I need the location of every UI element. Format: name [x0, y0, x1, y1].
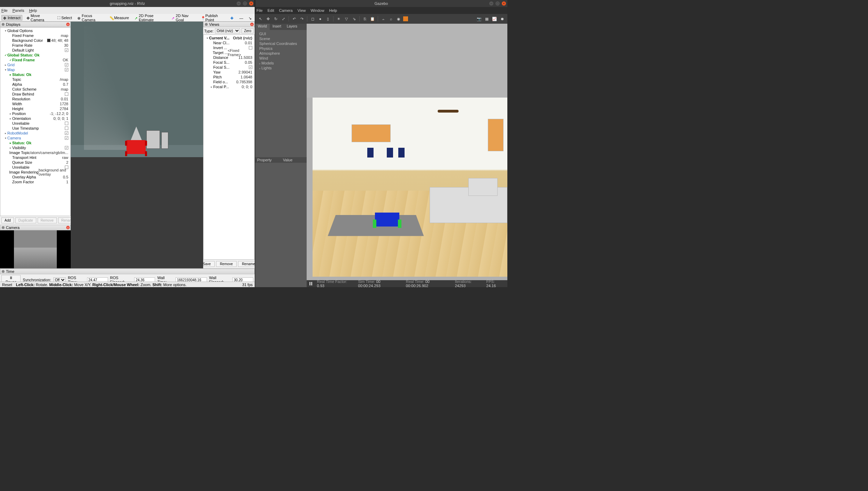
gz-tool-box[interactable]: ◻ — [309, 16, 316, 22]
gz-tool-cylinder[interactable]: ▯ — [325, 16, 331, 22]
gz-menu-help[interactable]: Help — [329, 8, 337, 13]
tool-publish-point[interactable]: 📍Publish Point — [199, 13, 226, 22]
gz-tool-orange[interactable] — [403, 16, 408, 21]
pause-button[interactable] — [309, 282, 313, 285]
tree-row[interactable]: Height2784 — [1, 106, 70, 111]
gazebo-3d-viewport[interactable]: Real Time Factor: 0.93 Sim Time: 00 00:0… — [307, 24, 507, 287]
gz-menu-window[interactable]: Window — [310, 8, 324, 13]
tree-row[interactable]: ▸Orientation0; 0; 0; 1 — [1, 116, 70, 121]
gz-tree-item[interactable]: Atmosphere — [256, 51, 305, 56]
panel-close-icon[interactable]: × — [250, 23, 254, 26]
tree-row[interactable]: Resolution0.01 — [1, 97, 70, 101]
tree-row[interactable]: Color Schememap — [1, 87, 70, 92]
tree-row[interactable]: ▸Status: Ok — [1, 72, 70, 77]
duplicate-button[interactable]: Duplicate — [15, 217, 36, 223]
views-tree-row[interactable]: Pitch1.0648 — [204, 75, 254, 79]
gz-tree-item[interactable]: Wind — [256, 56, 305, 61]
tool-2d-nav[interactable]: ➚2D Nav Goal — [170, 13, 197, 22]
menu-panels[interactable]: Panels — [13, 8, 24, 13]
add-button[interactable]: Add — [1, 217, 14, 223]
tree-row[interactable]: Queue Size2 — [1, 160, 70, 165]
tool-extra2[interactable]: — — [238, 16, 244, 20]
menu-help[interactable]: Help — [29, 8, 37, 13]
views-tree-row[interactable]: Target ...<Fixed Frame> — [204, 50, 254, 55]
tree-row[interactable]: Background Color48; 48; 48 — [1, 38, 70, 43]
views-tree-row[interactable]: Focal S...✓ — [204, 65, 254, 70]
tool-move-camera[interactable]: ✥Move Camera — [25, 13, 53, 22]
tree-row[interactable]: Alpha0.7 — [1, 82, 70, 87]
gz-tool-cursor[interactable]: ↖ — [257, 16, 263, 22]
gz-menu-file[interactable]: File — [256, 8, 263, 13]
gz-tool-redo[interactable]: ↷ — [299, 16, 305, 22]
tree-row[interactable]: Draw Behind — [1, 92, 70, 97]
tree-row[interactable]: ✓Global Status: Ok — [1, 53, 70, 57]
gz-tool-pointlight[interactable]: ☀ — [336, 16, 342, 22]
tool-extra3[interactable]: ↘ — [247, 16, 253, 20]
time-panel-header[interactable]: Time — [0, 269, 255, 274]
tree-row[interactable]: ▸RobotModel✓ — [1, 131, 70, 136]
tree-row[interactable]: Use Timestamp — [1, 126, 70, 131]
tree-row[interactable]: Frame Rate30 — [1, 43, 70, 48]
tree-row[interactable]: ▾Global Options — [1, 28, 70, 33]
gz-tool-undo[interactable]: ↶ — [291, 16, 297, 22]
tree-row[interactable]: Image Renderingbackground and overlay — [1, 170, 70, 175]
tree-row[interactable]: Topic/map — [1, 77, 70, 82]
gz-tool-plot[interactable]: 📈 — [491, 16, 498, 22]
tree-row[interactable]: ▸Grid✓ — [1, 62, 70, 67]
tool-focus-camera[interactable]: ⊕Focus Camera — [76, 13, 105, 22]
tree-row[interactable]: ✓Fixed FrameOK — [1, 57, 70, 62]
views-tree-row[interactable]: ▸Focal P...0; 0; 0 — [204, 84, 254, 89]
gz-tool-paste[interactable]: 📋 — [369, 16, 376, 22]
tree-row[interactable]: Image Topic/atom/camera/rgb/im... — [1, 150, 70, 155]
tree-row[interactable]: Fixed Framemap — [1, 33, 70, 38]
gz-tool-dirlight[interactable]: ⇘ — [351, 16, 357, 22]
views-rename-button[interactable]: Rename — [238, 261, 255, 267]
views-remove-button[interactable]: Remove — [216, 261, 237, 267]
rviz-3d-viewport[interactable] — [71, 22, 203, 268]
gz-tree-item[interactable]: Models — [256, 61, 305, 66]
tree-row[interactable]: Transport Hintraw — [1, 155, 70, 160]
checkbox[interactable] — [65, 122, 68, 125]
views-tree-row[interactable]: Field o...0.785398 — [204, 79, 254, 84]
checkbox[interactable]: ✓ — [65, 146, 68, 149]
gz-tool-view[interactable]: ◉ — [395, 16, 402, 22]
gz-menu-edit[interactable]: Edit — [268, 8, 274, 13]
gz-tree-item[interactable]: Spherical Coordinates — [256, 41, 305, 46]
tree-row[interactable]: ▸Visibility✓ — [1, 145, 70, 150]
views-zero-button[interactable]: Zero — [241, 28, 254, 33]
rviz-titlebar[interactable]: gmapping.rviz - RViz – □ × — [0, 0, 255, 7]
tree-row[interactable]: ▸Position-1; -12.2; 0 — [1, 111, 70, 116]
gz-tool-spotlight[interactable]: ▽ — [343, 16, 349, 22]
gz-tree-item[interactable]: Lights — [256, 66, 305, 70]
checkbox[interactable]: ✓ — [65, 131, 68, 135]
views-tree-row[interactable]: ▾Current V...Orbit (rviz) — [204, 36, 254, 40]
gz-menu-view[interactable]: View — [298, 8, 306, 13]
checkbox[interactable] — [65, 126, 68, 130]
tree-row[interactable]: Default Light✓ — [1, 48, 70, 53]
maximize-icon[interactable]: □ — [243, 1, 247, 6]
views-tree-row[interactable]: Near Cl...0.01 — [204, 40, 254, 45]
checkbox[interactable]: ✓ — [65, 63, 68, 67]
tool-select[interactable]: Select — [56, 15, 74, 20]
gz-tool-snap[interactable]: ⌕ — [388, 16, 394, 22]
gz-tool-sphere[interactable]: ● — [317, 16, 323, 22]
views-tree-row[interactable]: Yaw2.99041 — [204, 70, 254, 75]
menu-file[interactable]: File — [1, 8, 8, 13]
minimize-icon[interactable]: – — [489, 1, 493, 6]
gz-tool-record[interactable]: ⏺ — [499, 16, 505, 22]
views-type-select[interactable]: Orbit (rviz) — [215, 28, 240, 33]
views-panel-header[interactable]: Views × — [203, 22, 255, 27]
minimize-icon[interactable]: – — [237, 1, 241, 6]
tree-row[interactable]: Width1728 — [1, 101, 70, 106]
checkbox[interactable]: ✓ — [65, 136, 68, 140]
gz-tool-screenshot[interactable]: 📷 — [476, 16, 482, 22]
gazebo-world-tree[interactable]: GUISceneSpherical CoordinatesPhysicsAtmo… — [255, 30, 307, 157]
gz-tool-align[interactable]: ⫠ — [380, 16, 386, 22]
tree-row[interactable]: ▾Map✓ — [1, 67, 70, 72]
camera-panel-header[interactable]: Camera × — [0, 225, 71, 230]
tree-row[interactable]: Unreliable — [1, 121, 70, 126]
panel-close-icon[interactable]: × — [66, 226, 70, 229]
tree-row[interactable]: Zoom Factor1 — [1, 179, 70, 184]
panel-close-icon[interactable]: × — [66, 23, 70, 26]
gz-tree-item[interactable]: Physics — [256, 46, 305, 51]
